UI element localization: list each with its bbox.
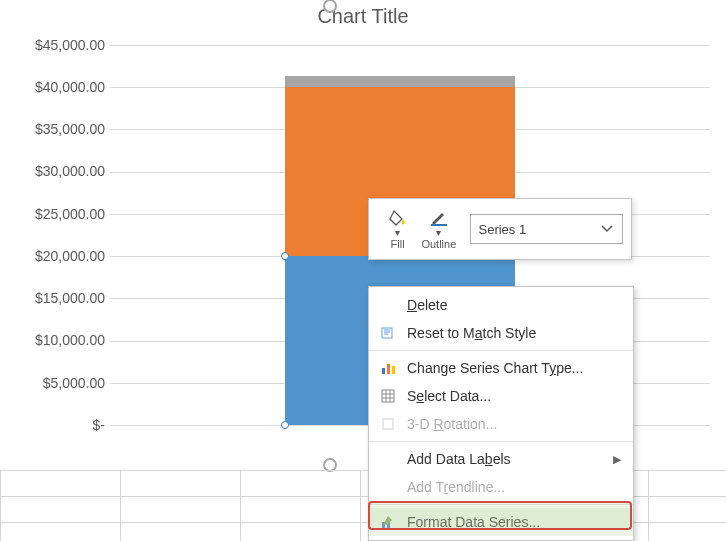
chart-type-icon [377,359,399,377]
series-context-menu: Delete Reset to Match Style Change Serie… [368,286,634,541]
select-data-icon [377,387,399,405]
y-axis-tick: $40,000.00 [20,80,105,94]
fill-label: Fill [391,238,405,250]
y-axis-tick: $35,000.00 [20,122,105,136]
y-axis-tick: $5,000.00 [20,376,105,390]
sheet-gridline [0,470,1,541]
menu-change-chart-type[interactable]: Change Series Chart Type... [369,354,633,382]
sheet-gridline [360,470,361,541]
menu-delete[interactable]: Delete [369,291,633,319]
screenshot-canvas: Chart Title $45,000.00 $40,000.00 $35,00… [0,0,726,541]
y-axis-tick: $20,000.00 [20,249,105,263]
series3-segment[interactable] [285,76,515,87]
mini-format-toolbar: ▾ Fill ▾ Outline Series 1 [368,198,632,260]
menu-select-data[interactable]: Select Data... [369,382,633,410]
pen-outline-icon [429,209,449,227]
series-dropdown-value: Series 1 [479,222,527,237]
outline-button[interactable]: ▾ Outline [418,209,459,250]
svg-rect-2 [382,368,385,374]
fill-button[interactable]: ▾ Fill [377,209,418,250]
series-dropdown[interactable]: Series 1 [470,214,624,244]
chevron-down-icon [600,224,614,234]
submenu-arrow-icon: ▶ [613,453,621,466]
menu-reset-style[interactable]: Reset to Match Style [369,319,633,347]
svg-rect-3 [387,364,390,374]
fill-bucket-icon [388,209,408,227]
menu-add-trendline: Add Trendline... [369,473,633,501]
sheet-gridline [120,470,121,541]
format-series-icon [377,513,399,531]
chart-title[interactable]: Chart Title [0,5,726,28]
y-axis-tick: $30,000.00 [20,164,105,178]
y-axis-tick: $25,000.00 [20,207,105,221]
y-axis-tick: $15,000.00 [20,291,105,305]
outline-label: Outline [421,238,456,250]
y-axis-tick: $10,000.00 [20,333,105,347]
menu-3d-rotation: 3-D Rotation... [369,410,633,438]
svg-rect-0 [431,224,447,226]
y-axis-tick: $45,000.00 [20,38,105,52]
svg-rect-5 [382,390,394,402]
svg-rect-4 [392,366,395,374]
selection-handle-icon[interactable] [281,421,289,429]
menu-add-data-labels[interactable]: Add Data Labels ▶ [369,445,633,473]
rotation-3d-icon [377,415,399,433]
svg-rect-6 [383,419,393,429]
sheet-gridline [240,470,241,541]
sheet-gridline [648,470,649,541]
menu-format-data-series[interactable]: Format Data Series... [369,508,633,536]
reset-style-icon [377,324,399,342]
y-axis-tick: $- [20,418,105,432]
